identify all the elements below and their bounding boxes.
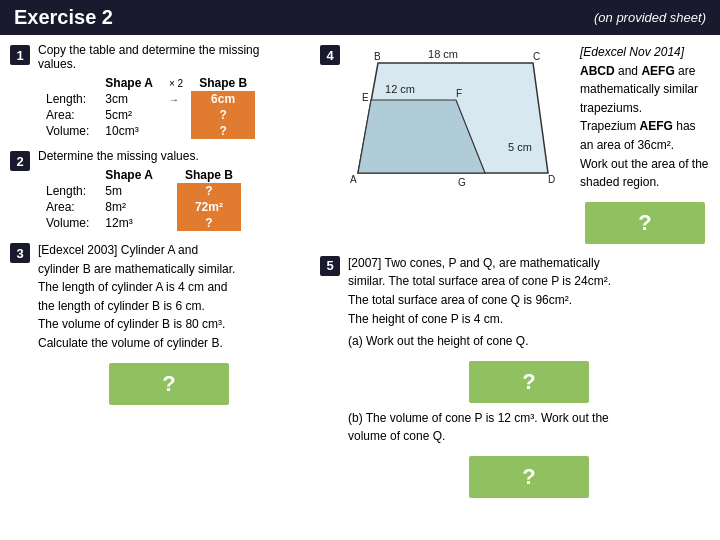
s3-line5: The volume of cylinder B is 80 cm³. [38, 317, 225, 331]
page-header: Exercise 2 (on provided sheet) [0, 0, 720, 35]
col-shape-b-1: Shape B [191, 75, 255, 91]
section-number-2: 2 [10, 151, 30, 171]
table-row: Length: 5m ? [38, 183, 241, 199]
row-arrow-3 [161, 123, 191, 139]
row-label-area-1: Area: [38, 107, 97, 123]
section-2-content: Determine the missing values. Shape A Sh… [38, 149, 300, 231]
section-1-instruction: Copy the table and determine the missing… [38, 43, 300, 71]
section-2-instruction: Determine the missing values. [38, 149, 300, 163]
section-1: 1 Copy the table and determine the missi… [10, 43, 300, 139]
s3-answer-container: ? [38, 357, 300, 405]
row-b-length-2: ? [177, 183, 241, 199]
row-arrow-1: → [161, 91, 191, 107]
left-column: 1 Copy the table and determine the missi… [0, 35, 310, 537]
col-shape-b-2: Shape B [177, 167, 241, 183]
row-b-length-1: 6cm [191, 91, 255, 107]
s4-line4: Work out the area of the shaded region. [580, 157, 709, 190]
table-row: Volume: 12m³ ? [38, 215, 241, 231]
row-a-length-2: 5m [97, 183, 161, 199]
s5-line2: similar. The total surface area of cone … [348, 274, 611, 288]
s5a-label: (a) Work out the height of cone Q. [348, 332, 710, 351]
s3-line4: the length of cylinder B is 6 cm. [38, 299, 205, 313]
row-label-volume-2: Volume: [38, 215, 97, 231]
svg-text:C: C [533, 51, 540, 62]
col-x2: × 2 [161, 75, 191, 91]
s4-line2: mathematically similar trapeziums. [580, 82, 698, 115]
svg-text:18 cm: 18 cm [428, 48, 458, 60]
s5b-text2: volume of cone Q. [348, 429, 445, 443]
table-row: Area: 5cm² ? [38, 107, 255, 123]
col-label-empty-2 [38, 167, 97, 183]
section-number-5: 5 [320, 256, 340, 276]
main-content: 1 Copy the table and determine the missi… [0, 35, 720, 537]
row-a-area-1: 5cm² [97, 107, 161, 123]
section4-text-area: [Edexcel Nov 2014] ABCD and AEFG are mat… [580, 43, 710, 244]
svg-text:D: D [548, 174, 555, 185]
s5b-answer-container: ? [348, 450, 710, 498]
svg-text:12 cm: 12 cm [385, 83, 415, 95]
svg-text:5 cm: 5 cm [508, 141, 532, 153]
row-b-volume-1: ? [191, 123, 255, 139]
row-spacer-v [161, 215, 177, 231]
s4-text: [Edexcel Nov 2014] ABCD and AEFG are mat… [580, 43, 710, 192]
row-label-area-2: Area: [38, 199, 97, 215]
row-a-length-1: 3cm [97, 91, 161, 107]
s4-answer-box: ? [585, 202, 705, 244]
section-1-content: Copy the table and determine the missing… [38, 43, 300, 139]
row-label-length-1: Length: [38, 91, 97, 107]
page-title: Exercise 2 [14, 6, 113, 29]
section3-text: [Edexcel 2003] Cylinder A and cylinder B… [38, 241, 300, 353]
right-column: 4 [310, 35, 720, 537]
s3-answer-box: ? [109, 363, 229, 405]
section-3-content: [Edexcel 2003] Cylinder A and cylinder B… [38, 241, 300, 405]
row-label-length-2: Length: [38, 183, 97, 199]
section-number-4: 4 [320, 45, 340, 65]
s5a-text: (a) Work out the height of cone Q. [348, 334, 529, 348]
table-row: Volume: 10cm³ ? [38, 123, 255, 139]
row-spacer-l [161, 183, 177, 199]
section-1-table: Shape A × 2 Shape B Length: 3cm → 6c [38, 75, 255, 139]
svg-text:B: B [374, 51, 381, 62]
s3-line3: The length of cylinder A is 4 cm and [38, 280, 227, 294]
col-shape-a-1: Shape A [97, 75, 161, 91]
table-row: Area: 8m² 72m² [38, 199, 241, 215]
s5a-answer-box: ? [469, 361, 589, 403]
s4-line1: [Edexcel Nov 2014] ABCD and AEFG are [580, 45, 695, 78]
section-5-content: [2007] Two cones, P and Q, are mathemati… [348, 254, 710, 498]
s5-line3: The total surface area of cone Q is 96cm… [348, 293, 572, 307]
row-b-volume-2: ? [177, 215, 241, 231]
row-spacer-a [161, 199, 177, 215]
section-number-1: 1 [10, 45, 30, 65]
s5a-answer-container: ? [348, 355, 710, 403]
page-note: (on provided sheet) [594, 10, 706, 25]
section-3: 3 [Edexcel 2003] Cylinder A and cylinder… [10, 241, 300, 405]
row-a-area-2: 8m² [97, 199, 161, 215]
row-b-area-1: ? [191, 107, 255, 123]
section-number-3: 3 [10, 243, 30, 263]
table-row: Length: 3cm → 6cm [38, 91, 255, 107]
x2-label: × 2 [169, 78, 183, 89]
s5-text: [2007] Two cones, P and Q, are mathemati… [348, 254, 710, 328]
row-b-area-2: 72m² [177, 199, 241, 215]
s5-line4: The height of cone P is 4 cm. [348, 312, 503, 326]
section-4: 4 [320, 43, 710, 244]
s5b-answer-box: ? [469, 456, 589, 498]
svg-text:E: E [362, 92, 369, 103]
col-shape-a-2: Shape A [97, 167, 161, 183]
svg-text:G: G [458, 177, 466, 188]
trapezium-diagram: 18 cm 12 cm 5 cm B C D A E F [348, 43, 568, 213]
s3-line6: Calculate the volume of cylinder B. [38, 336, 223, 350]
row-a-volume-2: 12m³ [97, 215, 161, 231]
trapezium-svg: 18 cm 12 cm 5 cm B C D A E F [348, 43, 568, 203]
row-label-volume-1: Volume: [38, 123, 97, 139]
row-a-volume-1: 10cm³ [97, 123, 161, 139]
s5-line1: [2007] Two cones, P and Q, are mathemati… [348, 256, 600, 270]
s4-answer-container: ? [580, 196, 710, 244]
svg-text:F: F [456, 88, 462, 99]
s4-line3: Trapezium AEFG has an area of 36cm². [580, 119, 696, 152]
s3-line2: cylinder B are mathematically similar. [38, 262, 235, 276]
section-2-table: Shape A Shape B Length: 5m ? [38, 167, 241, 231]
row-arrow-2 [161, 107, 191, 123]
col-spacer-2 [161, 167, 177, 183]
svg-text:A: A [350, 174, 357, 185]
